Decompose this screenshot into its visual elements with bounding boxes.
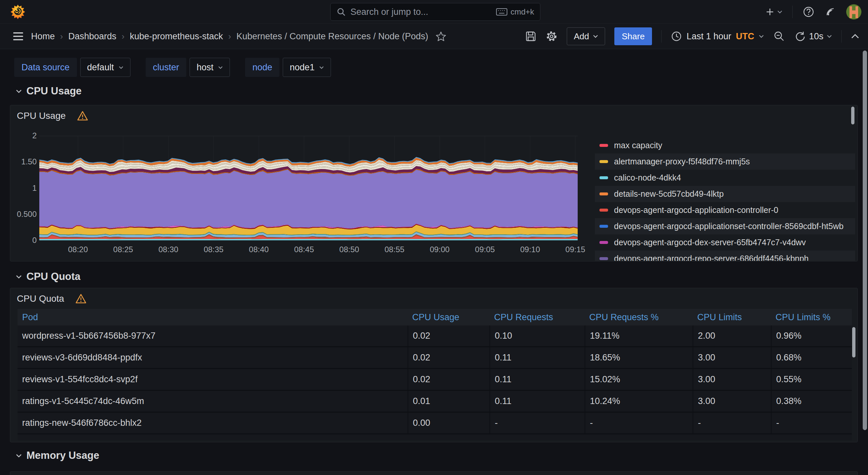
- table-column-header[interactable]: CPU Usage: [408, 309, 490, 326]
- value-cell: 3.00: [693, 369, 771, 390]
- value-cell: 2.00: [693, 326, 771, 346]
- legend-item[interactable]: devops-agent-argocd-application-controll…: [595, 202, 855, 218]
- news-rss-icon[interactable]: [825, 6, 836, 18]
- variable-group: clusterhost: [146, 58, 230, 77]
- variable-value: default: [87, 62, 114, 73]
- value-cell: 0.00: [408, 413, 490, 433]
- legend-item[interactable]: alertmanager-proxy-f5f48df76-mmj5s: [595, 154, 855, 170]
- value-cell: 0.02: [408, 347, 490, 368]
- breadcrumb-item[interactable]: Dashboards: [68, 31, 117, 42]
- legend-item[interactable]: devops-agent-argocd-applicationset-contr…: [595, 218, 855, 234]
- variable-label[interactable]: Data source: [14, 58, 77, 77]
- table-row[interactable]: reviews-v3-6d69dd8484-ppdfx0.020.1118.65…: [18, 347, 852, 369]
- variable-label[interactable]: cluster: [146, 58, 187, 77]
- value-cell: -: [693, 413, 771, 433]
- y-axis-tick-label: 1.50: [13, 157, 37, 166]
- table-row[interactable]: ratings-new-546f6786cc-bhlx20.00----: [18, 413, 852, 434]
- zoom-out-icon[interactable]: [773, 30, 785, 42]
- legend-color-swatch: [599, 144, 608, 147]
- legend-scrollbar[interactable]: [851, 107, 855, 125]
- table-column-header[interactable]: CPU Requests: [490, 309, 585, 326]
- table-column-header[interactable]: CPU Requests %: [585, 309, 693, 326]
- legend-color-swatch: [599, 193, 608, 195]
- help-icon[interactable]: [803, 6, 814, 18]
- collapse-up-icon[interactable]: [851, 34, 860, 39]
- page-scrollbar[interactable]: [863, 50, 867, 430]
- plus-icon: [765, 7, 775, 16]
- search-input[interactable]: Search or jump to... cmd+k: [330, 3, 540, 21]
- section-cpu-usage[interactable]: CPU Usage: [16, 85, 82, 97]
- cpu-quota-panel-header[interactable]: CPU Quota: [17, 294, 87, 304]
- variable-dropdown[interactable]: host: [190, 58, 230, 77]
- value-cell: -: [585, 413, 693, 433]
- table-column-header[interactable]: CPU Limits: [693, 309, 771, 326]
- legend-item-label: devops-agent-argocd-dex-server-65fb4747c…: [614, 238, 806, 247]
- value-cell: 10.24%: [585, 391, 693, 412]
- variable-dropdown[interactable]: default: [80, 58, 130, 77]
- section-memory-usage[interactable]: Memory Usage: [16, 449, 99, 462]
- table-row[interactable]: ratings-v1-5c445c74dc-46w5m0.010.1110.24…: [18, 391, 852, 413]
- search-placeholder: Search or jump to...: [350, 7, 492, 17]
- chevron-down-icon: [119, 66, 124, 69]
- y-axis-tick-label: 1: [13, 183, 37, 193]
- settings-gear-icon[interactable]: [546, 30, 558, 42]
- grafana-dashboard: Search or jump to... cmd+k: [0, 0, 868, 475]
- legend-item[interactable]: devops-agent-argocd-dex-server-65fb4747c…: [595, 234, 855, 250]
- time-range-picker[interactable]: Last 1 hour UTC: [671, 31, 764, 42]
- variable-label[interactable]: node: [245, 58, 279, 77]
- x-axis-tick-label: 08:35: [197, 245, 230, 254]
- chevron-down-icon: [593, 35, 598, 38]
- variable-group: nodenode1: [245, 58, 331, 77]
- variable-dropdown[interactable]: node1: [283, 58, 331, 77]
- star-icon[interactable]: [436, 31, 446, 41]
- table-column-header[interactable]: Pod: [18, 309, 408, 326]
- user-avatar[interactable]: [846, 4, 861, 20]
- cpu-quota-table: PodCPU UsageCPU RequestsCPU Requests %CP…: [18, 309, 852, 440]
- menu-icon[interactable]: [12, 32, 24, 41]
- value-cell: -: [490, 413, 585, 433]
- chevron-down-icon: [319, 66, 324, 69]
- refresh-picker[interactable]: 10s: [794, 31, 832, 42]
- warning-icon[interactable]: [75, 294, 87, 304]
- x-axis-tick-label: 08:20: [61, 245, 94, 254]
- legend-item[interactable]: calico-node-4dkk4: [595, 170, 855, 186]
- table-row-partial: [18, 434, 852, 440]
- clock-icon: [671, 31, 682, 42]
- table-scrollbar[interactable]: [852, 327, 856, 358]
- new-dropdown-button[interactable]: [765, 7, 782, 16]
- pod-name-cell: ratings-new-546f6786cc-bhlx2: [18, 413, 408, 433]
- breadcrumb-item[interactable]: Home: [31, 31, 55, 42]
- cpu-usage-plot[interactable]: [39, 136, 578, 240]
- value-cell: 3.00: [693, 391, 771, 412]
- x-axis-tick-label: 08:50: [333, 245, 366, 254]
- add-button[interactable]: Add: [567, 27, 605, 45]
- legend-item-label: calico-node-4dkk4: [614, 173, 681, 182]
- legend-item[interactable]: max capacity: [595, 137, 855, 154]
- save-icon[interactable]: [525, 31, 536, 42]
- top-navigation-bar: Search or jump to... cmd+k: [0, 0, 868, 24]
- value-cell: 0.11: [490, 347, 585, 368]
- keyboard-icon: [496, 8, 507, 16]
- chevron-down-icon: [16, 275, 22, 279]
- variable-group: Data sourcedefault: [14, 58, 130, 77]
- grafana-logo[interactable]: [10, 4, 26, 20]
- breadcrumb-item[interactable]: kube-prometheus-stack: [130, 31, 223, 42]
- breadcrumb-separator: ›: [122, 31, 125, 42]
- share-button[interactable]: Share: [614, 27, 652, 45]
- legend-item-label: devops-agent-argocd-applicationset-contr…: [614, 222, 843, 231]
- table-column-header[interactable]: CPU Limits %: [771, 309, 852, 326]
- legend-item[interactable]: details-new-5cd57cbd49-4lktp: [595, 186, 855, 202]
- variable-value: host: [196, 62, 213, 73]
- cpu-quota-panel: CPU Quota PodCPU UsageCPU RequestsCPU Re…: [10, 288, 858, 442]
- section-cpu-quota[interactable]: CPU Quota: [16, 271, 81, 282]
- legend-color-swatch: [599, 209, 608, 212]
- value-cell: 0.55%: [771, 369, 852, 390]
- value-cell: 0.96%: [771, 326, 852, 346]
- legend-item[interactable]: devops-agent-argocd-repo-server-686ddf44…: [595, 250, 855, 261]
- legend-color-swatch: [599, 160, 608, 163]
- table-row[interactable]: wordpress-v1-5b667456b8-977x70.020.1019.…: [18, 326, 852, 347]
- stacked-area-layer: [39, 239, 578, 240]
- chevron-down-icon: [759, 35, 764, 38]
- breadcrumb-separator: ›: [228, 31, 231, 42]
- table-row[interactable]: reviews-v1-554fcc8dc4-svp2f0.020.1115.02…: [18, 369, 852, 391]
